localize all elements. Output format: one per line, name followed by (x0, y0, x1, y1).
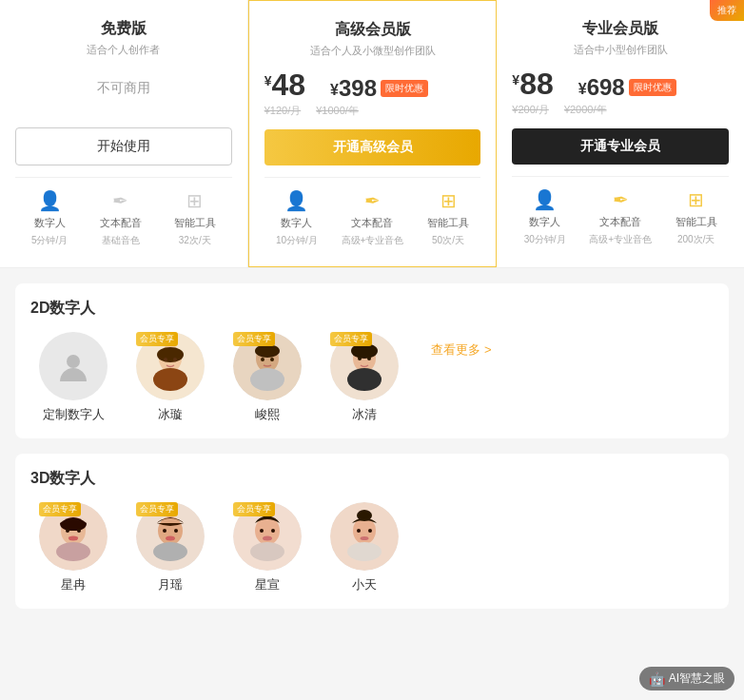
yuyao-avatar-wrap: 会员专享 (136, 502, 205, 571)
pro-plan-card: 推荐 专业会员版 适合中小型创作团队 ¥ 88 ¥ 698 限时优惠 ¥200/… (497, 0, 744, 267)
3d-avatar-grid: 会员专享 (30, 502, 714, 593)
premium-monthly-price: ¥ 48 (264, 69, 305, 100)
svg-point-34 (260, 529, 264, 533)
premium-tools-icon: ⊞ (441, 189, 457, 212)
free-plan-label: 不可商用 (15, 68, 232, 116)
3d-digital-humans-block: 3D数字人 会员专享 (15, 454, 729, 609)
svg-point-4 (157, 347, 184, 362)
svg-point-29 (174, 529, 178, 533)
premium-price-block: ¥ 48 ¥ 398 限时优惠 ¥120/月 ¥1000/年 (264, 69, 481, 118)
feature-tools-desc: 32次/天 (179, 234, 211, 247)
svg-point-23 (77, 529, 81, 533)
premium-yearly-amount: 398 (339, 77, 377, 100)
xingyuan-avatar-name: 星宣 (255, 576, 280, 593)
pricing-section: 免费版 适合个人创作者 不可商用 开始使用 👤 数字人 5分钟/月 ✒ 文本配音… (0, 0, 744, 268)
pro-avatar-name: 数字人 (529, 215, 560, 229)
svg-point-18 (367, 357, 371, 360)
xingyuan-member-badge: 会员专享 (233, 502, 275, 516)
bingqing-member-badge: 会员专享 (330, 332, 372, 346)
svg-point-43 (361, 536, 369, 540)
pro-limited-badge: 限时优惠 (629, 79, 676, 96)
pro-voice-icon: ✒ (613, 188, 629, 211)
pro-voice-name: 文本配音 (599, 215, 641, 229)
svg-point-10 (255, 344, 280, 358)
premium-feature-tools: ⊞ 智能工具 50次/天 (427, 189, 469, 247)
premium-tools-name: 智能工具 (427, 216, 469, 230)
view-more-2d[interactable]: 查看更多 > (419, 341, 504, 359)
premium-voice-icon: ✒ (364, 189, 381, 212)
pro-monthly-row: ¥ 88 ¥ 698 限时优惠 (512, 68, 729, 99)
free-feature-voice: ✒ 文本配音 基础音色 (100, 189, 142, 247)
svg-point-11 (261, 358, 264, 361)
2d-digital-humans-block: 2D数字人 定制数字人 会员专享 (15, 283, 729, 438)
bingju-avatar-wrap: 会员专享 (136, 332, 205, 400)
xingran-avatar-name: 星冉 (61, 576, 86, 593)
xingyuan-avatar-item[interactable]: 会员专享 星宣 (225, 502, 310, 593)
bingqing-avatar-item[interactable]: 会员专享 冰清 (322, 332, 407, 423)
free-features: 👤 数字人 5分钟/月 ✒ 文本配音 基础音色 ⊞ 智能工具 32次/天 (15, 177, 232, 247)
svg-point-12 (270, 358, 274, 361)
xingyuan-avatar-wrap: 会员专享 (233, 502, 302, 571)
bingqing-avatar-wrap: 会员专享 (330, 332, 399, 400)
watermark-logo: 🤖 (649, 671, 665, 687)
pro-tools-desc: 200次/天 (677, 233, 715, 246)
svg-point-17 (358, 357, 362, 360)
pro-currency-symbol: ¥ (512, 72, 519, 88)
feature-voice-name: 文本配音 (100, 216, 142, 230)
pro-plan-button[interactable]: 开通专业会员 (512, 128, 729, 165)
svg-point-28 (163, 529, 166, 533)
junxi-member-badge: 会员专享 (233, 332, 275, 346)
svg-point-35 (271, 529, 275, 533)
3d-section-title: 3D数字人 (30, 469, 714, 489)
free-plan-title: 免费版 (15, 19, 232, 39)
svg-point-42 (368, 529, 372, 533)
premium-avatar-desc: 10分钟/月 (276, 234, 318, 247)
svg-point-6 (173, 358, 177, 361)
svg-point-33 (250, 542, 284, 561)
premium-avatar-name: 数字人 (281, 216, 312, 230)
digital-humans-section: 2D数字人 定制数字人 会员专享 (0, 268, 744, 639)
svg-point-27 (153, 542, 187, 561)
svg-point-21 (56, 542, 90, 561)
junxi-avatar-item[interactable]: 会员专享 峻熙 (225, 332, 310, 423)
pro-yearly-original: ¥2000/年 (564, 103, 607, 117)
custom-avatar-name: 定制数字人 (43, 406, 105, 423)
pro-tools-name: 智能工具 (675, 215, 717, 229)
yuyao-avatar-item[interactable]: 会员专享 月瑶 (127, 502, 213, 593)
yuyao-avatar-name: 月瑶 (158, 576, 183, 593)
free-feature-tools: ⊞ 智能工具 32次/天 (174, 189, 216, 247)
xingran-avatar-item[interactable]: 会员专享 (30, 502, 116, 593)
xingran-avatar-wrap: 会员专享 (39, 502, 108, 571)
svg-point-5 (164, 358, 167, 361)
pro-monthly-amount: 88 (519, 68, 554, 99)
premium-plan-button[interactable]: 开通高级会员 (264, 129, 481, 165)
svg-point-24 (69, 536, 78, 541)
pro-yearly-symbol: ¥ (578, 81, 587, 98)
pro-plan-title: 专业会员版 (512, 19, 729, 39)
custom-avatar-placeholder (39, 332, 108, 400)
premium-monthly-amount: 48 (271, 69, 305, 100)
premium-limited-badge: 限时优惠 (381, 80, 428, 97)
pro-feature-voice: ✒ 文本配音 高级+专业音色 (589, 188, 652, 246)
bingju-avatar-item[interactable]: 会员专享 冰璇 (127, 332, 213, 423)
junxi-avatar-wrap: 会员专享 (233, 332, 302, 400)
premium-monthly-original: ¥120/月 (264, 104, 302, 118)
free-feature-avatar: 👤 数字人 5分钟/月 (31, 189, 68, 247)
pro-plan-subtitle: 适合中小型创作团队 (512, 43, 729, 57)
premium-features: 👤 数字人 10分钟/月 ✒ 文本配音 高级+专业音色 ⊞ 智能工具 50次/天 (264, 177, 481, 247)
yuyao-member-badge: 会员专享 (136, 502, 178, 516)
bingju-avatar-name: 冰璇 (158, 406, 183, 423)
pro-voice-desc: 高级+专业音色 (589, 233, 652, 246)
pro-features: 👤 数字人 30分钟/月 ✒ 文本配音 高级+专业音色 ⊞ 智能工具 200次/… (512, 176, 729, 246)
premium-yearly-original: ¥1000/年 (316, 104, 359, 118)
premium-voice-desc: 高级+专业音色 (342, 234, 404, 247)
custom-avatar-item[interactable]: 定制数字人 (30, 332, 116, 423)
xiaotian-avatar-name: 小天 (352, 576, 377, 593)
pro-feature-avatar: 👤 数字人 30分钟/月 (524, 188, 566, 246)
free-plan-button[interactable]: 开始使用 (15, 127, 232, 165)
premium-plan-card: 高级会员版 适合个人及小微型创作团队 ¥ 48 ¥ 398 限时优惠 ¥120/… (248, 0, 498, 267)
xiaotian-avatar-item[interactable]: 小天 (322, 502, 407, 593)
pro-recommended-badge: 推荐 (710, 0, 744, 21)
pro-yearly-amount: 698 (587, 76, 625, 99)
premium-avatar-icon: 👤 (284, 189, 308, 212)
